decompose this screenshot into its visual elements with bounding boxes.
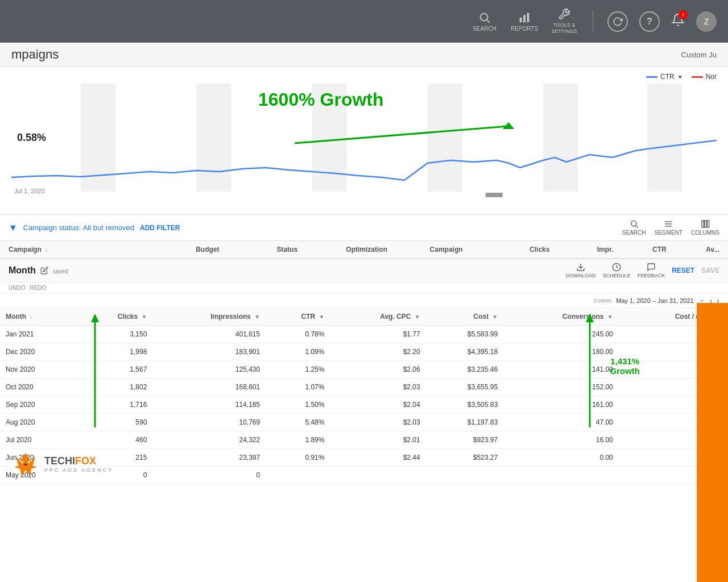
table-cell: 1.89% [266, 431, 330, 449]
th-avg-cpc[interactable]: Avg. CPC ▼ [330, 308, 425, 326]
filter-segment-button[interactable]: SEGMENT [655, 219, 682, 236]
table-cell: 114,185 [152, 396, 266, 414]
schedule-icon [612, 263, 621, 272]
time-label: Month [9, 265, 36, 276]
table-cell: Oct 2020 [0, 379, 77, 396]
schedule-button[interactable]: SCHEDULE [603, 263, 631, 278]
top-navigation: SEARCH REPORTS TOOLS &SETTINGS ? [0, 0, 728, 43]
logo-name: TECHIFOX [44, 456, 113, 467]
time-row: Month saved DOWNLOAD SCHEDULE [0, 259, 728, 282]
col-clicks-header[interactable]: Clicks [486, 246, 550, 253]
table-cell: Sep 2020 [0, 396, 77, 414]
time-sub: saved [53, 268, 68, 275]
filter-search-button[interactable]: SEARCH [622, 219, 646, 236]
notifications-button[interactable]: ! [671, 13, 685, 30]
table-cell: Dec 2020 [0, 343, 77, 361]
clicks-arrow-svg [88, 314, 102, 427]
save-button[interactable]: SAVE [701, 267, 719, 275]
filter-status-value: All but removed [83, 223, 134, 232]
conv-arrow-svg [583, 314, 597, 427]
table-row: Oct 20201,802168,6011.07%$2.03$3,655.951… [0, 379, 728, 396]
redo-button[interactable]: REDO [30, 285, 46, 291]
conversions-up-arrow [583, 308, 597, 439]
table-cell: $2.03 [330, 414, 425, 431]
col-ctr-header[interactable]: CTR [613, 246, 666, 253]
th-ctr[interactable]: CTR ▼ [266, 308, 330, 326]
help-button[interactable]: ? [639, 11, 660, 32]
table-cell [503, 467, 619, 484]
legend-norm[interactable]: Nor [692, 73, 717, 81]
svg-point-0 [481, 13, 488, 20]
edit-icon[interactable] [40, 267, 48, 275]
filter-columns-button[interactable]: COLUMNS [691, 219, 719, 236]
undo-redo-row: UNDO REDO [0, 282, 728, 294]
table-cell: $2.04 [330, 396, 425, 414]
legend-ctr-dropdown[interactable]: ▼ [677, 74, 683, 80]
svg-marker-27 [586, 314, 594, 322]
filter-search-icon [630, 219, 639, 228]
table-cell: 16.00 [503, 431, 619, 449]
bell-badge: ! [679, 10, 688, 19]
filter-left: ▼ Campaign status: All but removed ADD F… [9, 223, 180, 233]
col-avg-header[interactable]: Av... [667, 246, 719, 253]
add-filter-button[interactable]: ADD FILTER [140, 224, 180, 232]
table-cell: 401,615 [152, 326, 266, 343]
refresh-button[interactable] [607, 11, 628, 32]
table-header-row: Campaign ↓ Budget Status Optimization Ca… [0, 241, 728, 259]
svg-rect-21 [707, 221, 709, 227]
svg-point-29 [21, 461, 23, 463]
user-avatar[interactable]: Z [696, 11, 717, 32]
th-cost[interactable]: Cost ▼ [426, 308, 503, 326]
th-conversions[interactable]: Conversions ▼ [503, 308, 619, 326]
legend-norm-label: Nor [706, 73, 717, 81]
feedback-button[interactable]: FEEDBACK [638, 263, 665, 278]
tools-nav-item[interactable]: TOOLS &SETTINGS [550, 8, 578, 35]
col-budget-header[interactable]: Budget [168, 246, 247, 253]
svg-point-14 [631, 221, 636, 226]
feedback-icon [647, 263, 656, 272]
svg-rect-10 [647, 84, 682, 192]
legend-ctr[interactable]: CTR ▼ [646, 73, 683, 81]
svg-rect-13 [485, 193, 502, 197]
table-cell: 168,601 [152, 379, 266, 396]
columns-icon [701, 219, 710, 228]
filter-right: SEARCH SEGMENT COLUMNS [622, 219, 719, 236]
table-cell: Jan 2021 [0, 326, 77, 343]
undo-button[interactable]: UNDO [9, 285, 25, 291]
date-range-label: Custom [594, 298, 611, 304]
svg-rect-20 [705, 221, 706, 227]
reports-nav-item[interactable]: REPORTS [510, 11, 539, 32]
pct-label: 0.58% [17, 132, 46, 144]
table-row: Jan 20213,150401,6150.78%$1.77$5,583.992… [0, 326, 728, 343]
table-cell: $5,583.99 [426, 326, 503, 343]
col-campaign2-header[interactable]: Campaign [407, 246, 486, 253]
col-optimization-header[interactable]: Optimization [327, 246, 407, 253]
table-cell: 47.00 [503, 414, 619, 431]
svg-point-30 [28, 461, 30, 463]
th-month[interactable]: Month ↓ [0, 308, 77, 326]
table-cell: 5.48% [266, 414, 330, 431]
logo-area: TECHIFOX PPC ADS AGENCY [11, 450, 113, 479]
table-cell: 0 [152, 467, 266, 484]
growth-table-annotation: 1,431%Growth [610, 356, 640, 376]
table-cell: $523.27 [426, 449, 503, 467]
table-cell: 0.91% [266, 449, 330, 467]
chart-legend: CTR ▼ Nor [11, 73, 717, 81]
table-cell: 152.00 [503, 379, 619, 396]
reset-button[interactable]: RESET [672, 267, 694, 275]
svg-line-1 [487, 20, 490, 23]
th-impressions[interactable]: Impressions ▼ [152, 308, 266, 326]
col-campaign-header[interactable]: Campaign ↓ [9, 246, 168, 253]
table-cell: 141.00 [503, 361, 619, 379]
download-button[interactable]: DOWNLOAD [566, 263, 596, 278]
reports-nav-label: REPORTS [511, 26, 538, 32]
nav-icon-group: SEARCH REPORTS TOOLS &SETTINGS ? [470, 8, 717, 35]
search-icon [478, 11, 491, 24]
col-status-header[interactable]: Status [247, 246, 327, 253]
search-nav-item[interactable]: SEARCH [470, 11, 499, 32]
date-range-row: Custom May 1, 2020 – Jan 31, 2021 ‹ › [0, 294, 728, 308]
col-impr-header[interactable]: Impr. [549, 246, 613, 253]
table-cell: 23,397 [152, 449, 266, 467]
svg-line-15 [636, 226, 638, 228]
table-cell: $2.01 [330, 431, 425, 449]
